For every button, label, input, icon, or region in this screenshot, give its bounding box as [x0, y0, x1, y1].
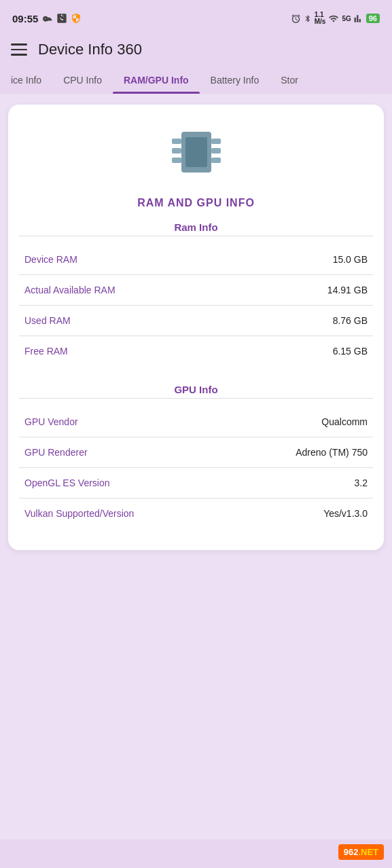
- table-row: OpenGL ES Version 3.2: [19, 468, 373, 499]
- watermark: 962.NET: [338, 844, 384, 860]
- tab-storage[interactable]: Stor: [270, 67, 309, 94]
- gpu-renderer-value: Adreno (TM) 750: [214, 437, 373, 468]
- signal-bars-icon: 5G: [342, 15, 351, 22]
- gpu-section-header: GPU Info: [19, 384, 373, 395]
- gpu-header-divider: [19, 398, 373, 399]
- svg-rect-6: [211, 148, 221, 153]
- vulkan-version-value: Yes/v1.3.0: [214, 499, 373, 529]
- gpu-vendor-value: Qualcomm: [214, 407, 373, 437]
- bluetooth-icon: [304, 14, 312, 24]
- used-ram-value: 8.76 GB: [214, 306, 373, 336]
- table-row: Actual Available RAM 14.91 GB: [19, 275, 373, 306]
- device-ram-value: 15.0 GB: [214, 245, 373, 275]
- chip-icon-container: [19, 118, 373, 186]
- tab-cpu-info[interactable]: CPU Info: [52, 67, 113, 94]
- battery-level: 96: [366, 14, 380, 23]
- table-row: Free RAM 6.15 GB: [19, 336, 373, 367]
- actual-available-ram-value: 14.91 GB: [214, 275, 373, 306]
- table-row: Vulkan Supported/Version Yes/v1.3.0: [19, 499, 373, 529]
- used-ram-label: Used RAM: [19, 306, 214, 336]
- table-row: Device RAM 15.0 GB: [19, 245, 373, 275]
- ram-section-header: Ram Info: [19, 221, 373, 233]
- watermark-text: 962: [344, 847, 359, 857]
- table-row: GPU Renderer Adreno (TM) 750: [19, 437, 373, 468]
- nfc-icon: [56, 13, 67, 24]
- opengl-version-label: OpenGL ES Version: [19, 468, 214, 499]
- key-icon: [42, 13, 53, 24]
- main-content: RAM AND GPU INFO Ram Info Device RAM 15.…: [0, 94, 392, 839]
- actual-available-ram-label: Actual Available RAM: [19, 275, 214, 306]
- svg-rect-2: [172, 139, 181, 144]
- tab-device-info[interactable]: ice Info: [0, 67, 52, 94]
- card-main-title: RAM AND GPU INFO: [19, 197, 373, 209]
- ram-header-divider: [19, 236, 373, 236]
- svg-rect-1: [185, 137, 207, 167]
- shield-icon: [71, 12, 82, 24]
- free-ram-value: 6.15 GB: [214, 336, 373, 367]
- opengl-version-value: 3.2: [214, 468, 373, 499]
- info-card: RAM AND GPU INFO Ram Info Device RAM 15.…: [8, 105, 384, 550]
- watermark-suffix: .NET: [358, 847, 378, 857]
- signal-icon: [354, 14, 363, 24]
- gpu-info-table: GPU Vendor Qualcomm GPU Renderer Adreno …: [19, 407, 373, 528]
- table-row: GPU Vendor Qualcomm: [19, 407, 373, 437]
- status-icons-left: [42, 12, 82, 24]
- table-row: Used RAM 8.76 GB: [19, 306, 373, 336]
- gpu-vendor-label: GPU Vendor: [19, 407, 214, 437]
- ram-info-table: Device RAM 15.0 GB Actual Available RAM …: [19, 245, 373, 366]
- tab-battery-info[interactable]: Battery Info: [200, 67, 270, 94]
- vulkan-version-label: Vulkan Supported/Version: [19, 499, 214, 529]
- svg-rect-7: [211, 158, 221, 163]
- wifi-icon: [328, 14, 339, 24]
- status-bar: 09:55 1.1M/s 5G 96: [0, 0, 392, 34]
- free-ram-label: Free RAM: [19, 336, 214, 367]
- status-right-icons: 1.1M/s 5G 96: [291, 12, 380, 25]
- svg-rect-4: [172, 158, 181, 163]
- status-time-area: 09:55: [12, 12, 82, 24]
- app-title: Device Info 360: [38, 41, 142, 58]
- status-time: 09:55: [12, 13, 38, 24]
- section-gap: [19, 372, 373, 384]
- hamburger-menu-button[interactable]: [11, 43, 27, 56]
- tab-ram-gpu-info[interactable]: RAM/GPU Info: [113, 67, 200, 94]
- tab-bar: ice Info CPU Info RAM/GPU Info Battery I…: [0, 67, 392, 94]
- gpu-renderer-label: GPU Renderer: [19, 437, 214, 468]
- ram-chip-icon: [162, 118, 230, 186]
- svg-rect-5: [211, 139, 221, 144]
- app-bar: Device Info 360: [0, 34, 392, 67]
- device-ram-label: Device RAM: [19, 245, 214, 275]
- alarm-icon: [291, 14, 301, 24]
- svg-rect-3: [172, 148, 181, 153]
- data-speed-icon: 1.1M/s: [315, 12, 326, 25]
